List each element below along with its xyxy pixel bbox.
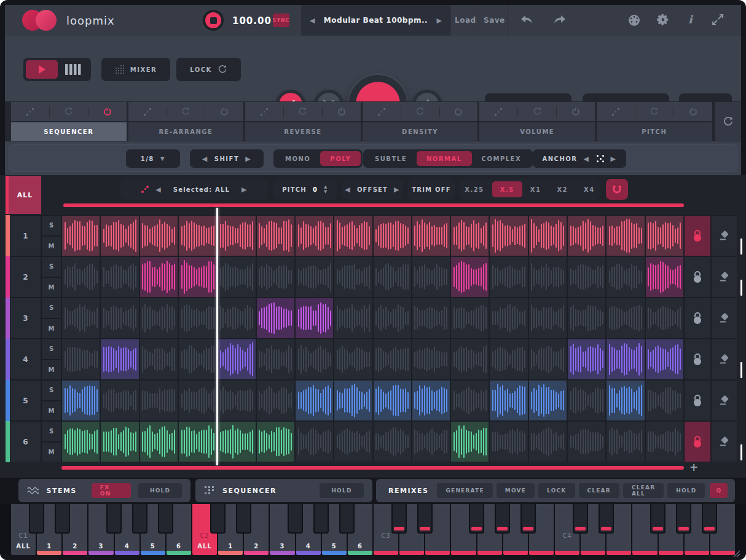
grid-cell[interactable] xyxy=(334,256,372,298)
tab-reverse[interactable]: REVERSE xyxy=(245,122,361,141)
selection-next-icon[interactable]: ▶ xyxy=(241,186,248,194)
grid-cell[interactable] xyxy=(139,339,178,380)
top-progress-bar[interactable] xyxy=(63,203,684,207)
grid-cell[interactable] xyxy=(334,421,372,462)
grid-cell[interactable] xyxy=(373,256,412,298)
complexity-normal[interactable]: NORMAL xyxy=(417,151,472,166)
mute-button[interactable]: M xyxy=(41,442,61,463)
grid-cell[interactable] xyxy=(606,380,645,421)
key-black[interactable] xyxy=(29,504,44,534)
speed-x2[interactable]: X2 xyxy=(549,181,576,197)
remix-generate-button[interactable]: GENERATE xyxy=(437,483,492,498)
key-black[interactable] xyxy=(210,504,226,534)
grid-cell[interactable] xyxy=(412,380,450,421)
tab-power-icon[interactable] xyxy=(440,102,478,121)
add-button[interactable]: + xyxy=(689,461,698,473)
erase-cell[interactable] xyxy=(711,380,737,421)
tab-power-icon[interactable] xyxy=(323,102,361,121)
tab-refresh-icon[interactable] xyxy=(167,102,205,121)
track-number-1[interactable]: 1 xyxy=(10,215,41,256)
speed-x1[interactable]: X1 xyxy=(522,181,549,197)
key-black[interactable] xyxy=(313,504,329,534)
grid-cell[interactable] xyxy=(528,256,567,298)
key-black[interactable] xyxy=(650,504,666,534)
grid-cell[interactable] xyxy=(295,298,334,339)
grid-cell[interactable] xyxy=(450,380,489,421)
magnet-button[interactable] xyxy=(606,179,628,200)
erase-cell[interactable] xyxy=(711,256,737,298)
load-button[interactable]: Load xyxy=(455,16,476,25)
key-black[interactable] xyxy=(288,504,303,534)
anchor-right-icon[interactable]: ▶ xyxy=(611,155,617,163)
grid-cell[interactable] xyxy=(528,380,567,421)
grid-cell[interactable] xyxy=(567,256,606,298)
lock-cell[interactable] xyxy=(684,298,711,339)
grid-cell[interactable] xyxy=(373,421,412,462)
key-black[interactable] xyxy=(236,504,251,534)
grid-cell[interactable] xyxy=(489,256,528,298)
sequencer-hold-button[interactable]: HOLD xyxy=(320,483,364,498)
grid-cell[interactable] xyxy=(606,421,645,462)
grid-cell[interactable] xyxy=(412,421,450,462)
grid-cell[interactable] xyxy=(645,339,684,380)
tab-power-icon[interactable] xyxy=(88,102,127,121)
grid-cell[interactable] xyxy=(139,256,178,298)
solo-button[interactable]: S xyxy=(41,421,61,442)
grid-cell[interactable] xyxy=(412,256,450,298)
erase-cell[interactable] xyxy=(711,215,737,256)
speed-x.5[interactable]: X.5 xyxy=(492,181,522,197)
grid-cell[interactable] xyxy=(61,380,100,421)
track-number-5[interactable]: 5 xyxy=(10,380,41,421)
grid-cell[interactable] xyxy=(178,339,217,380)
solo-button[interactable]: S xyxy=(41,215,61,236)
tab-refresh-icon[interactable] xyxy=(284,102,322,121)
grid-cell[interactable] xyxy=(528,298,567,339)
grid-cell[interactable] xyxy=(217,256,256,298)
voice-mode-poly[interactable]: POLY xyxy=(320,151,361,166)
resize-handle-icon[interactable] xyxy=(733,550,740,558)
key-black[interactable] xyxy=(55,504,70,534)
info-icon[interactable]: i xyxy=(688,13,693,26)
lock-cell[interactable] xyxy=(684,421,711,462)
grid-cell[interactable] xyxy=(334,339,372,380)
grid-cell[interactable] xyxy=(528,421,567,462)
grid-cell[interactable] xyxy=(489,215,528,256)
grid-cell[interactable] xyxy=(528,339,567,380)
track-scroll-indicator[interactable] xyxy=(740,444,742,460)
grid-cell[interactable] xyxy=(100,380,139,421)
track-number-4[interactable]: 4 xyxy=(10,339,41,380)
solo-button[interactable]: S xyxy=(41,339,61,360)
grid-cell[interactable] xyxy=(567,298,606,339)
tab-dice-icon[interactable] xyxy=(245,102,283,121)
grid-cell[interactable] xyxy=(217,298,256,339)
grid-cell[interactable] xyxy=(450,421,489,462)
grid-cell[interactable] xyxy=(217,380,256,421)
track-number-2[interactable]: 2 xyxy=(10,256,41,298)
grid-cell[interactable] xyxy=(295,256,334,298)
erase-cell[interactable] xyxy=(711,339,737,380)
grid-cell[interactable] xyxy=(100,298,139,339)
tab-power-icon[interactable] xyxy=(557,102,595,121)
grid-cell[interactable] xyxy=(567,339,606,380)
lock-cell[interactable] xyxy=(684,256,711,298)
key-black[interactable] xyxy=(417,504,433,534)
grid-cell[interactable] xyxy=(334,380,372,421)
shift-right-icon[interactable]: ▶ xyxy=(245,155,251,163)
tab-dice-icon[interactable] xyxy=(11,102,49,121)
grid-cell[interactable] xyxy=(412,339,450,380)
anchor-left-icon[interactable]: ◀ xyxy=(584,155,590,163)
grid-cell[interactable] xyxy=(450,339,489,380)
grid-cell[interactable] xyxy=(295,339,334,380)
trim-button[interactable]: TRIM OFF xyxy=(408,179,455,200)
tab-refresh-icon[interactable] xyxy=(635,102,673,121)
grid-cell[interactable] xyxy=(217,339,256,380)
grid-cell[interactable] xyxy=(567,421,606,462)
track-scroll-indicator[interactable] xyxy=(740,280,742,296)
grid-cell[interactable] xyxy=(489,339,528,380)
voice-mode-mono[interactable]: MONO xyxy=(275,151,320,166)
erase-cell[interactable] xyxy=(711,421,737,462)
key-black[interactable] xyxy=(676,504,691,534)
mute-button[interactable]: M xyxy=(41,360,61,381)
remix-clear-button[interactable]: CLEAR xyxy=(579,483,619,498)
key-black[interactable] xyxy=(495,504,510,534)
